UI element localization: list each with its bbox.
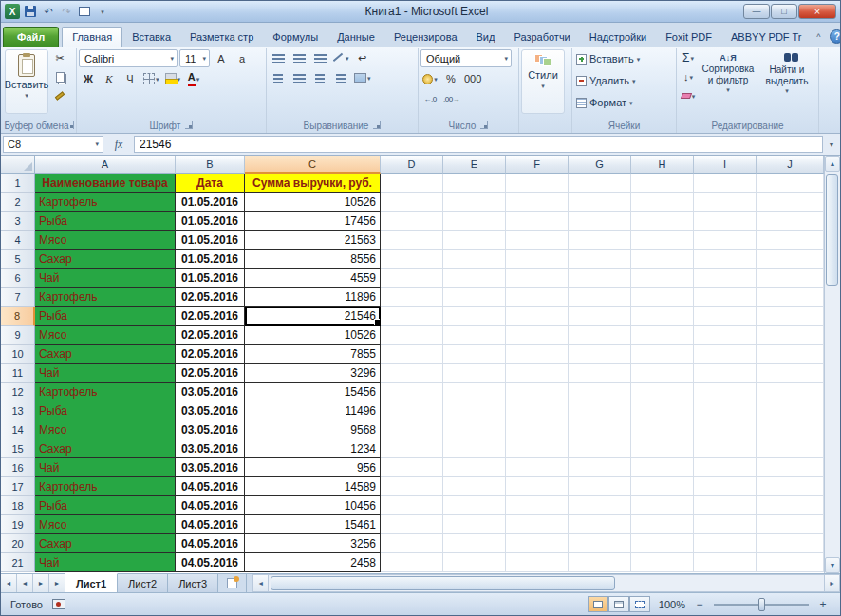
cell-F16[interactable] — [506, 458, 569, 477]
cell-G11[interactable] — [569, 364, 631, 383]
name-box[interactable]: C8 ▾ — [3, 136, 103, 153]
cell-J2[interactable] — [757, 193, 824, 212]
cell-I11[interactable] — [694, 364, 757, 383]
cell-A9[interactable]: Мясо — [35, 326, 176, 345]
cell-E14[interactable] — [443, 420, 506, 439]
close-button[interactable]: × — [798, 4, 836, 19]
cell-A1[interactable]: Наименование товара — [35, 174, 176, 193]
row-header-12[interactable]: 12 — [1, 383, 35, 401]
cell-H13[interactable] — [631, 401, 694, 420]
cell-G5[interactable] — [569, 250, 631, 269]
percent-style-button[interactable]: % — [441, 70, 460, 87]
cell-G6[interactable] — [569, 269, 631, 288]
cell-E20[interactable] — [443, 534, 506, 553]
cell-G13[interactable] — [569, 401, 631, 420]
cell-G1[interactable] — [569, 174, 631, 193]
cell-H4[interactable] — [631, 231, 694, 250]
row-header-20[interactable]: 20 — [1, 534, 35, 553]
cell-H10[interactable] — [631, 345, 694, 364]
cell-E18[interactable] — [443, 496, 506, 515]
cell-C10[interactable]: 7855 — [245, 345, 381, 364]
cell-J16[interactable] — [757, 458, 824, 477]
cell-H5[interactable] — [631, 250, 694, 269]
row-header-13[interactable]: 13 — [1, 401, 35, 420]
zoom-in-button[interactable]: + — [815, 598, 831, 611]
scroll-right-button[interactable]: ► — [824, 574, 840, 592]
cell-B9[interactable]: 02.05.2016 — [176, 326, 245, 345]
autosum-button[interactable]: Σ▾ — [679, 49, 698, 66]
excel-app-icon[interactable]: X — [5, 4, 20, 19]
cell-F20[interactable] — [506, 534, 569, 553]
comma-style-button[interactable]: 000 — [462, 70, 483, 87]
cell-B6[interactable]: 01.05.2016 — [176, 269, 245, 288]
cell-I7[interactable] — [694, 288, 757, 307]
ribbon-tab-10[interactable]: Foxit PDF — [656, 28, 721, 47]
align-left-button[interactable] — [269, 69, 288, 86]
cell-F1[interactable] — [506, 174, 569, 193]
cell-E10[interactable] — [443, 345, 506, 364]
merge-center-button[interactable]: ▾ — [352, 69, 373, 86]
cell-B11[interactable]: 02.05.2016 — [176, 364, 245, 383]
cell-D13[interactable] — [381, 401, 443, 420]
cell-I3[interactable] — [694, 212, 757, 231]
cell-B20[interactable]: 04.05.2016 — [176, 534, 245, 553]
row-header-9[interactable]: 9 — [1, 326, 35, 345]
cell-B12[interactable]: 03.05.2016 — [176, 383, 245, 401]
cell-J12[interactable] — [757, 383, 824, 401]
bold-button[interactable]: Ж — [79, 70, 98, 87]
cell-E1[interactable] — [443, 174, 506, 193]
cell-F9[interactable] — [506, 326, 569, 345]
cell-D10[interactable] — [381, 345, 443, 364]
cell-A19[interactable]: Мясо — [35, 515, 176, 534]
cell-D7[interactable] — [381, 288, 443, 307]
column-header-B[interactable]: B — [176, 156, 245, 174]
cell-I8[interactable] — [694, 307, 757, 326]
cell-C7[interactable]: 11896 — [245, 288, 381, 307]
horizontal-scrollbar[interactable]: ◄ ► — [252, 574, 840, 592]
column-header-C[interactable]: C — [245, 156, 381, 174]
column-header-I[interactable]: I — [694, 156, 757, 174]
cell-D16[interactable] — [381, 458, 443, 477]
cell-F7[interactable] — [506, 288, 569, 307]
cell-A5[interactable]: Сахар — [35, 250, 176, 269]
cell-D2[interactable] — [381, 193, 443, 212]
shrink-font-button[interactable]: а — [233, 50, 252, 67]
sheet-tab-1[interactable]: Лист1 — [65, 573, 118, 592]
cell-C13[interactable]: 11496 — [245, 401, 381, 420]
cell-J1[interactable] — [757, 174, 824, 193]
first-sheet-button[interactable]: ◄ — [1, 574, 17, 592]
cell-F11[interactable] — [506, 364, 569, 383]
cell-I5[interactable] — [694, 250, 757, 269]
find-select-button[interactable]: Найти и выделить ▾ — [758, 49, 815, 112]
cell-F5[interactable] — [506, 250, 569, 269]
accounting-format-button[interactable]: ▾ — [420, 70, 439, 87]
zoom-out-button[interactable]: − — [692, 598, 707, 611]
cell-H8[interactable] — [631, 307, 694, 326]
cell-E9[interactable] — [443, 326, 506, 345]
cell-A16[interactable]: Чай — [35, 458, 176, 477]
cell-H21[interactable] — [631, 553, 694, 572]
cell-I9[interactable] — [694, 326, 757, 345]
cell-B18[interactable]: 04.05.2016 — [176, 496, 245, 515]
cell-H20[interactable] — [631, 534, 694, 553]
vertical-scroll-track[interactable] — [825, 172, 840, 557]
dialog-launcher-icon[interactable] — [373, 121, 381, 129]
cell-C6[interactable]: 4559 — [245, 269, 381, 288]
horizontal-scroll-thumb[interactable] — [271, 576, 615, 590]
column-header-F[interactable]: F — [506, 156, 569, 174]
italic-button[interactable]: К — [100, 70, 119, 87]
cell-E13[interactable] — [443, 401, 506, 420]
cell-F18[interactable] — [506, 496, 569, 515]
cell-B13[interactable]: 03.05.2016 — [176, 401, 245, 420]
cell-I6[interactable] — [694, 269, 757, 288]
increase-decimal-button[interactable]: ←.0 — [420, 90, 439, 107]
cell-F8[interactable] — [506, 307, 569, 326]
quick-table-button[interactable] — [77, 4, 92, 19]
column-header-A[interactable]: A — [35, 156, 176, 174]
cell-I17[interactable] — [694, 477, 757, 496]
cell-I2[interactable] — [694, 193, 757, 212]
cell-H18[interactable] — [631, 496, 694, 515]
normal-view-button[interactable] — [588, 596, 608, 612]
cell-J14[interactable] — [757, 420, 824, 439]
cell-F21[interactable] — [506, 553, 569, 572]
